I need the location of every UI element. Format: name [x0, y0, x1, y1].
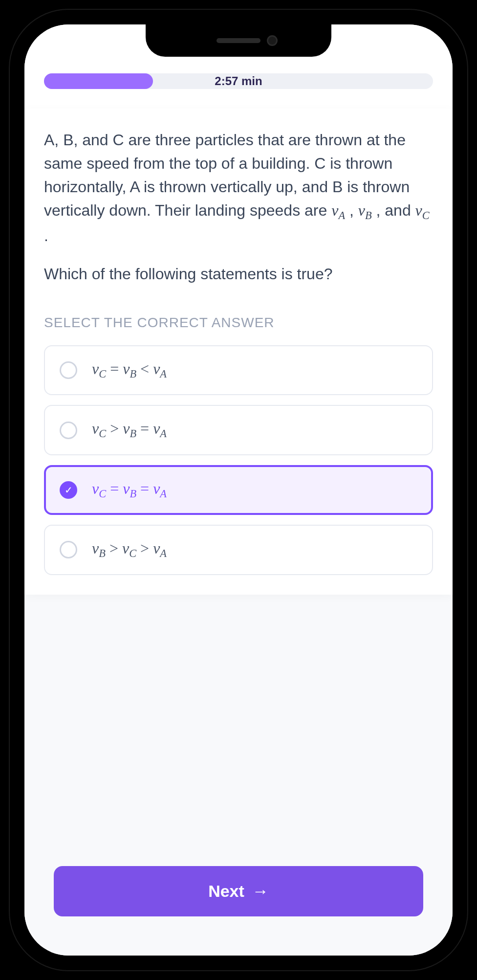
option-2[interactable]: ✓ vC>vB=vA: [44, 405, 433, 455]
sub-b: B: [365, 209, 372, 222]
var-vc: v: [415, 201, 422, 219]
footer-section: Next →: [24, 842, 453, 956]
timer-text: 2:57 min: [215, 74, 262, 88]
checkmark-icon: ✓: [65, 484, 73, 496]
radio-icon: ✓: [60, 481, 77, 499]
sep1: ,: [345, 201, 358, 219]
sep2: , and: [372, 201, 415, 219]
notch-camera: [267, 35, 278, 46]
next-button[interactable]: Next →: [54, 866, 423, 916]
option-text: vC=vB<vA: [92, 360, 167, 380]
option-4[interactable]: ✓ vB>vC>vA: [44, 525, 433, 575]
radio-icon: ✓: [60, 541, 77, 558]
question-card: A, B, and C are three particles that are…: [24, 109, 453, 595]
notch-speaker: [217, 38, 260, 43]
question-prompt: Which of the following statements is tru…: [44, 262, 433, 286]
end: .: [44, 227, 48, 245]
content-area: 2:57 min A, B, and C are three particles…: [24, 24, 453, 956]
radio-icon: ✓: [60, 422, 77, 439]
option-text: vB>vC>vA: [92, 539, 167, 560]
option-text: vC>vB=vA: [92, 420, 167, 440]
next-button-label: Next: [208, 882, 244, 901]
radio-icon: ✓: [60, 361, 77, 379]
var-vb: v: [358, 201, 365, 219]
sub-c: C: [422, 209, 430, 222]
option-1[interactable]: ✓ vC=vB<vA: [44, 345, 433, 395]
option-3[interactable]: ✓ vC=vB=vA: [44, 465, 433, 515]
options-list: ✓ vC=vB<vA ✓ vC>vB=vA: [44, 345, 433, 575]
instruction-label: SELECT THE CORRECT ANSWER: [44, 315, 433, 331]
arrow-right-icon: →: [252, 882, 269, 901]
phone-screen: 2:57 min A, B, and C are three particles…: [24, 24, 453, 956]
question-body: A, B, and C are three particles that are…: [44, 128, 433, 247]
var-va: v: [331, 201, 338, 219]
progress-fill: [44, 73, 153, 89]
phone-notch: [146, 24, 331, 57]
sub-a: A: [338, 209, 345, 222]
option-text: vC=vB=vA: [92, 480, 167, 500]
phone-frame: 2:57 min A, B, and C are three particles…: [10, 10, 467, 970]
progress-bar: 2:57 min: [44, 73, 433, 89]
